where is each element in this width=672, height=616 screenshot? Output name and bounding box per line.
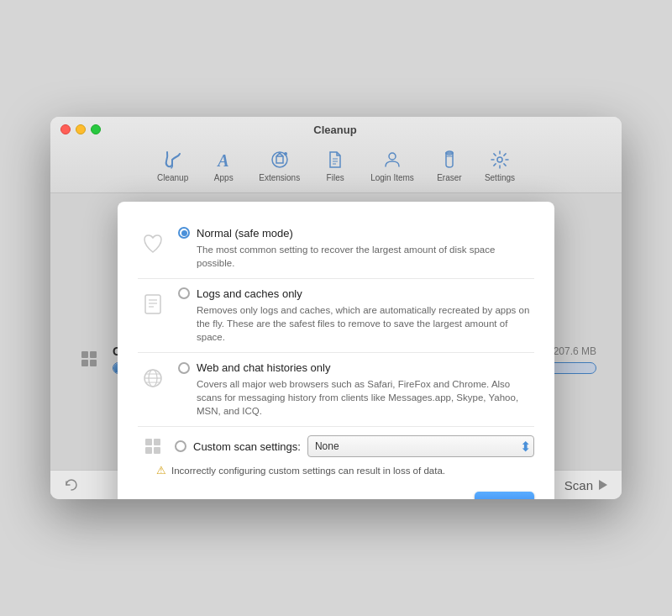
logs-radio[interactable] xyxy=(178,287,190,299)
normal-option-row: Normal (safe mode) The most common setti… xyxy=(138,218,534,279)
heart-icon xyxy=(138,229,168,259)
logs-option-desc: Removes only logs and caches, which are … xyxy=(197,303,534,344)
settings-icon xyxy=(488,148,512,171)
modal-footer: Done xyxy=(138,492,534,499)
files-icon xyxy=(323,148,347,171)
globe-icon xyxy=(138,363,168,393)
extensions-label: Extensions xyxy=(259,173,300,182)
main-content: Other 207.6 MB ESTIMATED TOTAL 11.1 GB P… xyxy=(50,193,622,471)
eraser-icon xyxy=(438,148,461,171)
logs-option-title: Logs and caches only xyxy=(197,287,302,300)
web-option-area: Web and chat histories only Covers all m… xyxy=(178,361,534,418)
done-button[interactable]: Done xyxy=(475,492,534,499)
svg-text:A: A xyxy=(217,151,229,170)
files-label: Files xyxy=(327,173,344,182)
login-items-label: Login Items xyxy=(370,173,414,182)
logs-option-area: Logs and caches only Removes only logs a… xyxy=(178,287,534,344)
apps-icon: A xyxy=(212,148,235,171)
svg-marker-19 xyxy=(599,480,607,490)
toolbar-item-login-items[interactable]: Login Items xyxy=(360,145,424,186)
web-option-row: Web and chat histories only Covers all m… xyxy=(138,353,534,427)
normal-option-area: Normal (safe mode) The most common setti… xyxy=(178,227,534,270)
toolbar-item-apps[interactable]: A Apps xyxy=(198,145,249,186)
normal-radio[interactable] xyxy=(178,227,190,239)
svg-point-9 xyxy=(497,157,502,162)
svg-rect-10 xyxy=(145,295,160,313)
toolbar-item-settings[interactable]: Settings xyxy=(475,145,525,186)
toolbar-item-cleanup[interactable]: Cleanup xyxy=(147,145,198,186)
custom-select-wrapper: None Custom 1 Custom 2 ⬍ xyxy=(307,435,534,457)
svg-point-2 xyxy=(284,152,287,155)
titlebar: Cleanup Cleanup A Apps xyxy=(50,117,622,193)
window-title: Cleanup xyxy=(59,124,612,136)
logs-option-row: Logs and caches only Removes only logs a… xyxy=(138,279,534,353)
play-icon xyxy=(596,479,608,491)
reset-icon xyxy=(64,477,79,492)
toolbar-item-files[interactable]: Files xyxy=(310,145,360,186)
main-window: Cleanup Cleanup A Apps xyxy=(50,117,622,500)
scan-label: Scan xyxy=(564,478,593,492)
document-icon xyxy=(138,289,168,319)
apps-label: Apps xyxy=(214,173,234,182)
normal-option-title: Normal (safe mode) xyxy=(197,227,293,240)
svg-point-6 xyxy=(389,153,396,160)
custom-scan-placeholder xyxy=(138,439,168,454)
custom-select[interactable]: None Custom 1 Custom 2 xyxy=(307,435,534,457)
scan-button[interactable]: Scan xyxy=(564,478,608,492)
normal-option-desc: The most common setting to recover the l… xyxy=(197,243,534,270)
toolbar: Cleanup A Apps xyxy=(147,141,525,192)
eraser-label: Eraser xyxy=(437,173,461,182)
cleanup-label: Cleanup xyxy=(157,173,188,182)
toolbar-item-eraser[interactable]: Eraser xyxy=(424,145,475,186)
settings-label: Settings xyxy=(485,173,515,182)
custom-option-title: Custom scan settings: xyxy=(193,440,301,453)
warning-row: ⚠ Incorrectly configuring custom setting… xyxy=(156,464,534,476)
modal-overlay: Normal (safe mode) The most common setti… xyxy=(50,193,622,471)
warning-text: Incorrectly configuring custom settings … xyxy=(171,466,445,476)
scan-options-modal: Normal (safe mode) The most common setti… xyxy=(118,202,554,500)
custom-scan-top: Custom scan settings: None Custom 1 Cust… xyxy=(138,435,534,457)
web-option-desc: Covers all major web browsers such as Sa… xyxy=(197,377,534,418)
custom-radio[interactable] xyxy=(175,440,186,452)
warning-icon: ⚠ xyxy=(156,464,166,476)
web-radio[interactable] xyxy=(178,362,190,374)
reset-button[interactable] xyxy=(64,477,79,492)
toolbar-item-extensions[interactable]: Extensions xyxy=(249,145,310,186)
web-option-title: Web and chat histories only xyxy=(197,361,330,374)
cleanup-icon xyxy=(161,148,185,171)
custom-scan-row: Custom scan settings: None Custom 1 Cust… xyxy=(138,427,534,482)
extensions-icon xyxy=(268,148,291,171)
login-items-icon xyxy=(381,148,404,171)
